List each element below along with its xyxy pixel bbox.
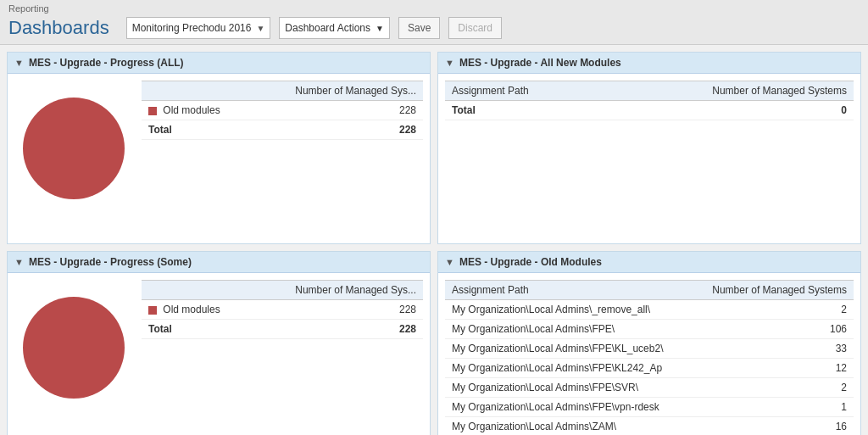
table-row: My Organization\Local Admins\FPE\SVR\2 bbox=[445, 378, 854, 398]
panel-bottom-left-body: Number of Managed Sys... Old modules 228 bbox=[8, 273, 430, 435]
pie-chart-bottom-left bbox=[14, 288, 133, 407]
row-value: 106 bbox=[692, 320, 854, 339]
col2-header: Number of Managed Systems bbox=[600, 81, 854, 101]
panel-top-right-toggle[interactable]: ▼ bbox=[445, 58, 454, 68]
panel-top-right-header: ▼ MES - Upgrade - All New Modules bbox=[438, 53, 860, 74]
row-value: 12 bbox=[692, 359, 854, 378]
col1-header-br: Assignment Path bbox=[445, 281, 692, 300]
row-value-total: 228 bbox=[251, 120, 423, 140]
table-row: Old modules 228 bbox=[142, 300, 423, 320]
table-row-total: Total 0 bbox=[445, 101, 854, 120]
panel-bottom-right-title: MES - Upgrade - Old Modules bbox=[459, 256, 602, 268]
row-value-total: 228 bbox=[251, 320, 423, 339]
table-row: My Organization\Local Admins\FPE\106 bbox=[445, 320, 854, 339]
main-content: ▼ MES - Upgrade - Progress (ALL) Number … bbox=[0, 45, 868, 435]
table-row-total: Total 228 bbox=[142, 320, 423, 339]
row-label: My Organization\Local Admins\FPE\ bbox=[445, 320, 692, 339]
row-label: My Organization\Local Admins\ZAM\ bbox=[445, 417, 692, 436]
row-value: 228 bbox=[251, 101, 423, 120]
row-value: 16 bbox=[692, 417, 854, 436]
col-value-header-bl: Number of Managed Sys... bbox=[251, 281, 423, 300]
row-label: My Organization\Local Admins\FPE\vpn-rde… bbox=[445, 398, 692, 417]
row-value: 2 bbox=[692, 378, 854, 398]
table-row: My Organization\Local Admins\FPE\KL242_A… bbox=[445, 359, 854, 378]
row-value: 2 bbox=[692, 300, 854, 320]
row-value: 228 bbox=[251, 300, 423, 320]
panel-bottom-left-header: ▼ MES - Upgrade - Progress (Some) bbox=[8, 252, 430, 273]
row-label: My Organization\Local Admins\FPE\KL_uceb… bbox=[445, 339, 692, 359]
table-row: Old modules 228 bbox=[142, 101, 423, 120]
actions-dropdown-arrow: ▼ bbox=[376, 24, 384, 33]
actions-dropdown[interactable]: Dashboard Actions ▼ bbox=[279, 17, 390, 39]
row-label-total: Total bbox=[142, 120, 251, 140]
save-button[interactable]: Save bbox=[398, 17, 440, 39]
svg-point-0 bbox=[23, 98, 125, 199]
dashboard-dropdown[interactable]: Monitoring Prechodu 2016 ▼ bbox=[126, 17, 271, 39]
pie-chart-top-left bbox=[14, 89, 133, 208]
table-top-left: Number of Managed Sys... Old modules 228 bbox=[142, 81, 423, 140]
table-top-right: Assignment Path Number of Managed System… bbox=[445, 81, 854, 120]
row-value: 1 bbox=[692, 398, 854, 417]
row-label-total: Total bbox=[445, 101, 600, 120]
col-label-header-bl bbox=[142, 281, 251, 300]
row-value-total: 0 bbox=[600, 101, 854, 120]
actions-dropdown-label: Dashboard Actions bbox=[285, 22, 370, 34]
panel-bottom-left: ▼ MES - Upgrade - Progress (Some) Number… bbox=[7, 251, 431, 435]
table-bottom-left: Number of Managed Sys... Old modules 228 bbox=[142, 280, 423, 339]
panel-bottom-right: ▼ MES - Upgrade - Old Modules Assignment… bbox=[437, 251, 861, 435]
panel-top-left-body: Number of Managed Sys... Old modules 228 bbox=[8, 74, 430, 243]
col1-header: Assignment Path bbox=[445, 81, 600, 101]
panel-top-left-toggle[interactable]: ▼ bbox=[14, 58, 24, 68]
row-value: 33 bbox=[692, 339, 854, 359]
discard-button[interactable]: Discard bbox=[448, 17, 502, 39]
row-label: My Organization\Local Admins\_remove_all… bbox=[445, 300, 692, 320]
panel-bottom-right-toggle[interactable]: ▼ bbox=[445, 257, 454, 267]
panel-top-right: ▼ MES - Upgrade - All New Modules Assign… bbox=[437, 52, 861, 244]
dashboard-dropdown-arrow: ▼ bbox=[256, 24, 264, 33]
panel-top-left-title: MES - Upgrade - Progress (ALL) bbox=[29, 57, 184, 69]
table-row: My Organization\Local Admins\FPE\vpn-rde… bbox=[445, 398, 854, 417]
panel-bottom-right-header: ▼ MES - Upgrade - Old Modules bbox=[438, 252, 860, 273]
top-bar: Reporting Dashboards Monitoring Prechodu… bbox=[0, 0, 868, 45]
row-label: My Organization\Local Admins\FPE\KL242_A… bbox=[445, 359, 692, 378]
legend-icon bbox=[148, 306, 157, 315]
table-row: My Organization\Local Admins\FPE\KL_uceb… bbox=[445, 339, 854, 359]
page-title: Dashboards bbox=[8, 17, 109, 39]
table-row: My Organization\Local Admins\_remove_all… bbox=[445, 300, 854, 320]
panel-top-left-header: ▼ MES - Upgrade - Progress (ALL) bbox=[8, 53, 430, 74]
panel-bottom-left-title: MES - Upgrade - Progress (Some) bbox=[29, 256, 192, 268]
row-label: Old modules bbox=[142, 101, 251, 120]
panel-top-right-body: Assignment Path Number of Managed System… bbox=[438, 74, 860, 243]
row-label: Old modules bbox=[142, 300, 251, 320]
col-label-header bbox=[142, 81, 251, 101]
breadcrumb: Reporting bbox=[8, 3, 860, 14]
legend-icon bbox=[148, 107, 157, 115]
row-label-total: Total bbox=[142, 320, 251, 339]
table-bottom-right: Assignment Path Number of Managed System… bbox=[445, 280, 854, 435]
col2-header-br: Number of Managed Systems bbox=[692, 281, 854, 300]
panel-bottom-right-body: Assignment Path Number of Managed System… bbox=[438, 273, 860, 435]
panel-top-left: ▼ MES - Upgrade - Progress (ALL) Number … bbox=[7, 52, 431, 244]
panel-top-right-title: MES - Upgrade - All New Modules bbox=[459, 57, 621, 69]
svg-point-1 bbox=[23, 297, 125, 399]
dashboard-dropdown-label: Monitoring Prechodu 2016 bbox=[132, 22, 252, 34]
table-row: My Organization\Local Admins\ZAM\16 bbox=[445, 417, 854, 436]
row-label: My Organization\Local Admins\FPE\SVR\ bbox=[445, 378, 692, 398]
table-row-total: Total 228 bbox=[142, 120, 423, 140]
col-value-header: Number of Managed Sys... bbox=[251, 81, 423, 101]
panel-bottom-left-toggle[interactable]: ▼ bbox=[14, 257, 24, 267]
